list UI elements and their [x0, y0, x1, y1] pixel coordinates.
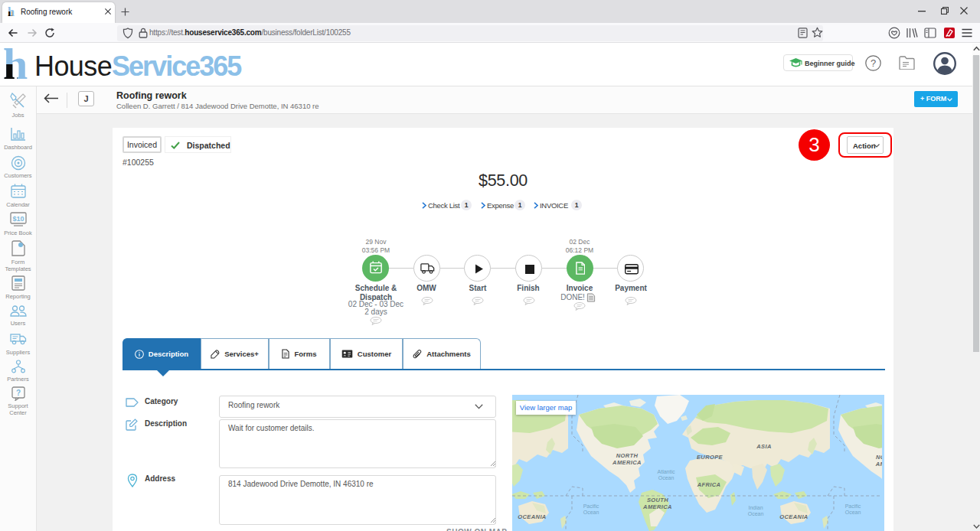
- svg-text:AM: AM: [875, 461, 882, 467]
- svg-text:OCEANIA: OCEANIA: [779, 513, 808, 520]
- svg-text:Indian: Indian: [748, 505, 763, 510]
- svg-text:Atlantic: Atlantic: [658, 469, 675, 474]
- svg-text:Ocean: Ocean: [583, 510, 599, 515]
- svg-text:?: ?: [16, 389, 21, 397]
- svg-text:AMERICA: AMERICA: [642, 503, 672, 510]
- svg-text:NORTH: NORTH: [616, 452, 639, 459]
- svg-text:NO: NO: [876, 454, 882, 461]
- svg-text:Ocean: Ocean: [748, 511, 764, 516]
- svg-text:Ocean: Ocean: [658, 475, 675, 481]
- svg-text:ASIA: ASIA: [756, 443, 772, 450]
- svg-text:SOUTH: SOUTH: [647, 497, 668, 503]
- svg-text:Pacific: Pacific: [845, 503, 861, 509]
- svg-text:AMERICA: AMERICA: [612, 459, 642, 466]
- svg-text:Pacific: Pacific: [583, 503, 599, 509]
- svg-text:?: ?: [871, 57, 876, 69]
- svg-text:Ocean: Ocean: [845, 510, 861, 515]
- svg-text:$10: $10: [12, 215, 24, 223]
- svg-text:AFRICA: AFRICA: [697, 481, 721, 488]
- svg-text:EUROPE: EUROPE: [697, 454, 724, 461]
- svg-text:OCEANIA: OCEANIA: [518, 513, 546, 520]
